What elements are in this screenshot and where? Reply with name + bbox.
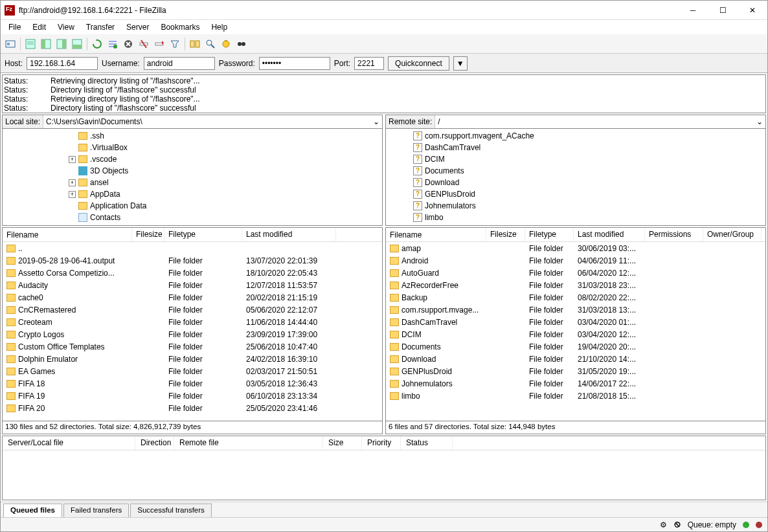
quickconnect-dropdown[interactable]: ▼ <box>453 56 468 71</box>
menu-file[interactable]: File <box>3 21 26 33</box>
remote-site-dropdown[interactable]: ⌄ <box>754 117 765 126</box>
local-list-header[interactable]: Filename Filesize Filetype Last modified <box>3 228 382 242</box>
list-item[interactable]: Custom Office TemplatesFile folder25/06/… <box>3 340 382 353</box>
tree-item[interactable]: +ansel <box>4 177 381 188</box>
tab-queued-files[interactable]: Queued files <box>3 504 62 517</box>
remote-tree[interactable]: ?com.rsupport.mvagent_ACache?DashCamTrav… <box>385 129 766 226</box>
queue-col[interactable]: Size <box>323 436 362 450</box>
col-filesize[interactable]: Filesize <box>486 228 525 241</box>
username-input[interactable] <box>144 57 215 70</box>
tree-item[interactable]: ?Johnemulators <box>387 200 764 212</box>
tree-item[interactable]: +.vscode <box>4 153 381 165</box>
toggle-remote-tree-button[interactable] <box>54 37 69 51</box>
list-item[interactable]: amapFile folder30/06/2019 03:... <box>386 242 765 254</box>
list-item[interactable]: limboFile folder21/08/2018 15:... <box>386 390 765 402</box>
sync-browse-button[interactable] <box>203 37 218 51</box>
list-item[interactable]: FIFA 19File folder06/10/2018 23:13:34 <box>3 390 382 402</box>
col-owner[interactable]: Owner/Group <box>703 228 762 241</box>
list-item[interactable]: cache0File folder20/02/2018 21:15:19 <box>3 291 382 304</box>
minimize-button[interactable]: ─ <box>678 1 708 20</box>
list-item[interactable]: AudacityFile folder12/07/2018 11:53:57 <box>3 279 382 291</box>
tree-item[interactable]: 3D Objects <box>4 165 381 177</box>
menu-server[interactable]: Server <box>121 21 154 33</box>
tree-item[interactable]: +AppData <box>4 188 381 200</box>
list-item[interactable]: JohnemulatorsFile folder14/06/2017 22:..… <box>386 377 765 390</box>
local-tree[interactable]: .ssh.VirtualBox+.vscode3D Objects+ansel+… <box>2 129 383 226</box>
menu-view[interactable]: View <box>52 21 80 33</box>
toggle-queue-button[interactable] <box>70 37 84 51</box>
tree-item[interactable]: ?GENPlusDroid <box>387 188 764 200</box>
menu-bookmarks[interactable]: Bookmarks <box>155 21 205 33</box>
remote-site-input[interactable] <box>435 115 754 128</box>
remote-list-header[interactable]: Filename Filesize Filetype Last modified… <box>386 228 765 242</box>
tab-failed-transfers[interactable]: Failed transfers <box>63 504 129 517</box>
queue-col[interactable]: Direction <box>135 436 174 450</box>
col-modified[interactable]: Last modified <box>574 228 645 241</box>
tree-item[interactable]: .VirtualBox <box>4 142 381 153</box>
list-item[interactable]: DownloadFile folder21/10/2020 14:... <box>386 353 765 365</box>
toggle-log-button[interactable] <box>23 37 38 51</box>
list-item[interactable]: .. <box>3 242 382 254</box>
port-input[interactable] <box>354 57 384 70</box>
list-item[interactable]: DCIMFile folder03/04/2020 12:... <box>386 328 765 340</box>
col-filename[interactable]: Filename <box>386 228 486 241</box>
queue-header[interactable]: Server/Local fileDirectionRemote fileSiz… <box>3 436 765 450</box>
col-modified[interactable]: Last modified <box>242 228 336 241</box>
list-item[interactable]: AzRecorderFreeFile folder31/03/2018 23:.… <box>386 279 765 291</box>
lock-icon[interactable]: 🛇 <box>673 520 681 529</box>
list-item[interactable]: GENPlusDroidFile folder31/05/2020 19:... <box>386 365 765 377</box>
reconnect-button[interactable] <box>152 37 166 51</box>
list-item[interactable]: 2019-05-28 19-06-41.outputFile folder13/… <box>3 254 382 267</box>
tree-item[interactable]: Contacts <box>4 212 381 223</box>
find-button[interactable] <box>234 37 249 51</box>
tree-item[interactable]: ?Download <box>387 177 764 188</box>
list-item[interactable]: Crypto LogosFile folder23/09/2019 17:39:… <box>3 328 382 340</box>
tree-item[interactable]: .ssh <box>4 130 381 142</box>
list-item[interactable]: EA GamesFile folder02/03/2017 21:50:51 <box>3 365 382 377</box>
disconnect-button[interactable] <box>137 37 151 51</box>
list-item[interactable]: AndroidFile folder04/06/2019 11:... <box>386 254 765 267</box>
queue-col[interactable]: Remote file <box>174 436 323 450</box>
message-log[interactable]: Status:Retrieving directory listing of "… <box>2 74 766 113</box>
tree-item[interactable]: ?DCIM <box>387 153 764 165</box>
transfer-queue[interactable]: Server/Local fileDirectionRemote fileSiz… <box>2 436 766 500</box>
compare-button[interactable] <box>188 37 202 51</box>
filter-button[interactable] <box>168 37 182 51</box>
password-input[interactable] <box>259 57 330 70</box>
tree-item[interactable]: ?limbo <box>387 212 764 223</box>
local-site-dropdown[interactable]: ⌄ <box>370 117 382 126</box>
remote-file-list[interactable]: Filename Filesize Filetype Last modified… <box>385 227 766 421</box>
list-item[interactable]: BackupFile folder08/02/2020 22:... <box>386 291 765 304</box>
col-filename[interactable]: Filename <box>3 228 132 241</box>
queue-col[interactable]: Server/Local file <box>3 436 135 450</box>
list-item[interactable]: CnCRemasteredFile folder05/06/2020 22:12… <box>3 304 382 316</box>
menu-edit[interactable]: Edit <box>27 21 51 33</box>
col-filesize[interactable]: Filesize <box>132 228 164 241</box>
menu-transfer[interactable]: Transfer <box>81 21 120 33</box>
site-manager-button[interactable] <box>3 37 17 51</box>
tree-item[interactable]: ?com.rsupport.mvagent_ACache <box>387 130 764 142</box>
process-queue-button[interactable] <box>106 37 120 51</box>
list-item[interactable]: Assetto Corsa Competizio...File folder18… <box>3 267 382 279</box>
refresh-button[interactable] <box>90 37 104 51</box>
local-file-list[interactable]: Filename Filesize Filetype Last modified… <box>2 227 383 421</box>
settings-icon[interactable]: ⚙ <box>660 520 667 529</box>
list-item[interactable]: AutoGuardFile folder06/04/2020 12:... <box>386 267 765 279</box>
maximize-button[interactable]: ☐ <box>708 1 738 20</box>
list-item[interactable]: com.rsupport.mvage...File folder31/03/20… <box>386 304 765 316</box>
tree-item[interactable]: ?Documents <box>387 165 764 177</box>
list-item[interactable]: FIFA 18File folder03/05/2018 12:36:43 <box>3 377 382 390</box>
queue-col[interactable]: Priority <box>362 436 401 450</box>
col-filetype[interactable]: Filetype <box>525 228 574 241</box>
list-item[interactable]: DashCamTravelFile folder03/04/2020 01:..… <box>386 316 765 328</box>
list-item[interactable]: DocumentsFile folder19/04/2020 20:... <box>386 340 765 353</box>
menu-help[interactable]: Help <box>206 21 232 33</box>
close-button[interactable]: ✕ <box>738 1 767 20</box>
tab-successful-transfers[interactable]: Successful transfers <box>130 504 212 517</box>
cancel-button[interactable] <box>121 37 135 51</box>
tree-item[interactable]: Application Data <box>4 200 381 212</box>
col-permissions[interactable]: Permissions <box>645 228 703 241</box>
col-filetype[interactable]: Filetype <box>164 228 242 241</box>
local-site-input[interactable] <box>43 115 370 128</box>
list-item[interactable]: FIFA 20File folder25/05/2020 23:41:46 <box>3 402 382 414</box>
